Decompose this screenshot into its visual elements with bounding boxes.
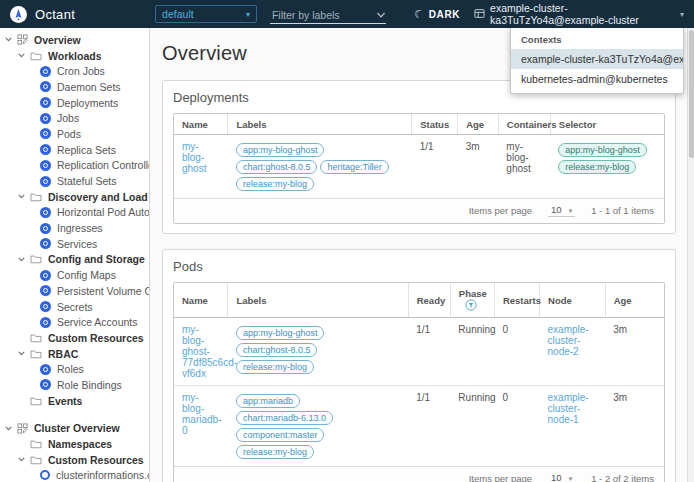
column-header-labels[interactable]: Labels (228, 114, 412, 135)
label-tag: chart:mariadb-6.13.0 (236, 411, 333, 425)
sidebar-item-ingresses[interactable]: Ingresses (0, 220, 149, 236)
sidebar-item-role-bindings[interactable]: Role Bindings (0, 377, 149, 393)
label-filter (270, 5, 386, 24)
items-per-page-label: Items per page (469, 473, 532, 482)
column-header-selector[interactable]: Selector (550, 114, 664, 135)
sidebar-item-label: Pods (57, 128, 81, 140)
context-option[interactable]: kubernetes-admin@kubernetes (511, 69, 683, 89)
column-header-labels[interactable]: Labels (228, 283, 408, 318)
sidebar-item-overview[interactable]: Overview (0, 32, 149, 48)
column-header-ready[interactable]: Ready (408, 283, 450, 318)
sidebar-item-label: Jobs (57, 112, 79, 124)
resource-link[interactable]: my-blog-ghost (182, 141, 206, 174)
label-tag: heritage:Tiller (320, 160, 388, 174)
chevron-down-icon[interactable] (17, 349, 30, 358)
label-filter-input[interactable] (270, 7, 386, 24)
app-header: Octant default ▾ ☾ DARK example-cluster-… (0, 0, 694, 28)
cell-text: Running (458, 324, 495, 335)
namespace-select[interactable]: default ▾ (155, 5, 257, 23)
cell-text: my-blog-ghost (506, 141, 530, 174)
sidebar-item-config-maps[interactable]: Config Maps (0, 267, 149, 283)
resource-link[interactable]: my-blog-mariadb-0 (182, 392, 221, 436)
chevron-down-icon[interactable] (4, 424, 17, 433)
column-header-label: Name (182, 119, 208, 130)
chevron-down-icon[interactable] (376, 6, 386, 24)
sidebar-item-cron-jobs[interactable]: Cron Jobs (0, 63, 149, 79)
column-header-status[interactable]: Status (412, 114, 458, 135)
sidebar-item-clusterinformations-crd-projec[interactable]: clusterinformations.crd.projec (0, 468, 149, 482)
resource-icon (40, 379, 51, 390)
vertical-scrollbar[interactable] (687, 28, 694, 482)
context-option[interactable]: example-cluster-ka3TuTzYo4a@example-clu.… (511, 49, 683, 69)
chevron-down-icon[interactable] (17, 255, 30, 264)
sidebar-item-service-accounts[interactable]: Service Accounts (0, 314, 149, 330)
grid-icon (17, 34, 28, 45)
sidebar-item-discovery-and-load-balancing[interactable]: Discovery and Load Balancing (0, 189, 149, 205)
resource-link[interactable]: example-cluster-node-2 (548, 324, 589, 357)
sidebar-item-jobs[interactable]: Jobs (0, 110, 149, 126)
column-header-age[interactable]: Age (605, 283, 664, 318)
pagination-range: 1 - 2 of 2 items (591, 473, 654, 482)
sidebar-item-replica-sets[interactable]: Replica Sets (0, 142, 149, 158)
page-size-select[interactable]: 10▾ (548, 204, 575, 217)
resource-icon (40, 113, 51, 124)
sidebar-item-custom-resources[interactable]: Custom Resources (0, 452, 149, 468)
column-header-phase[interactable]: Phase (450, 283, 494, 318)
sidebar-item-services[interactable]: Services (0, 236, 149, 252)
chevron-down-icon[interactable] (17, 455, 30, 464)
resource-icon (40, 270, 51, 281)
sidebar-item-secrets[interactable]: Secrets (0, 299, 149, 315)
cards: DeploymentsNameLabelsStatusAgeContainers… (162, 80, 676, 482)
resource-icon (40, 364, 51, 375)
sidebar-item-horizontal-pod-autoscalers[interactable]: Horizontal Pod Autoscalers (0, 205, 149, 221)
resource-table: NameLabelsStatusAgeContainersSelectormy-… (174, 114, 664, 198)
sidebar-item-label: Custom Resources (48, 332, 144, 344)
column-header-label: Age (466, 119, 484, 130)
label-tag: release:my-blog (236, 445, 314, 459)
sidebar-item-pods[interactable]: Pods (0, 126, 149, 142)
octant-logo-icon (10, 6, 27, 23)
sidebar-item-stateful-sets[interactable]: Stateful Sets (0, 173, 149, 189)
filter-icon[interactable] (465, 299, 477, 313)
sidebar-item-rbac[interactable]: RBAC (0, 346, 149, 362)
app-title: Octant (35, 7, 75, 22)
pagination-range: 1 - 1 of 1 items (591, 205, 654, 216)
resource-icon (40, 176, 51, 187)
theme-toggle[interactable]: ☾ DARK (414, 8, 460, 21)
sidebar-item-cluster-overview[interactable]: Cluster Overview (0, 421, 149, 437)
resource-link[interactable]: example-cluster-node-1 (548, 392, 589, 425)
sidebar-item-label: Replication Controllers (57, 159, 149, 171)
table-row: my-blog-mariadb-0app:mariadbchart:mariad… (174, 386, 664, 467)
chevron-down-icon[interactable] (17, 51, 30, 60)
context-selector[interactable]: example-cluster-ka3TuTzYo4a@example-clus… (474, 2, 684, 26)
chevron-down-icon[interactable] (17, 192, 30, 201)
label-tag: app:mariadb (236, 394, 300, 408)
sidebar-item-daemon-sets[interactable]: Daemon Sets (0, 79, 149, 95)
sidebar-item-namespaces[interactable]: Namespaces (0, 436, 149, 452)
sidebar-item-roles[interactable]: Roles (0, 361, 149, 377)
sidebar-item-label: Persistent Volume Claims (57, 285, 149, 297)
column-header-label: Ready (417, 295, 446, 306)
chevron-down-icon[interactable] (4, 35, 17, 44)
column-header-node[interactable]: Node (540, 283, 606, 318)
column-header-age[interactable]: Age (458, 114, 499, 135)
context-dropdown-title: Contexts (511, 28, 683, 49)
chevron-down-icon: ▾ (569, 475, 573, 482)
page-size-select[interactable]: 10▾ (548, 472, 575, 482)
column-header-label: Labels (236, 119, 266, 130)
sidebar-item-deployments[interactable]: Deployments (0, 95, 149, 111)
scrollbar-thumb[interactable] (689, 30, 694, 158)
sidebar-item-workloads[interactable]: Workloads (0, 48, 149, 64)
cell-text: 0 (502, 392, 508, 403)
sidebar-item-config-and-storage[interactable]: Config and Storage (0, 252, 149, 268)
column-header-restarts[interactable]: Restarts (494, 283, 539, 318)
column-header-name[interactable]: Name (174, 283, 228, 318)
column-header-label: Containers (507, 119, 557, 130)
column-header-name[interactable]: Name (174, 114, 228, 135)
column-header-label: Phase (459, 288, 487, 299)
sidebar-item-replication-controllers[interactable]: Replication Controllers (0, 158, 149, 174)
sidebar-item-persistent-volume-claims[interactable]: Persistent Volume Claims (0, 283, 149, 299)
sidebar-item-events[interactable]: Events (0, 393, 149, 409)
sidebar-item-custom-resources[interactable]: Custom Resources (0, 330, 149, 346)
column-header-containers[interactable]: Containers (498, 114, 550, 135)
